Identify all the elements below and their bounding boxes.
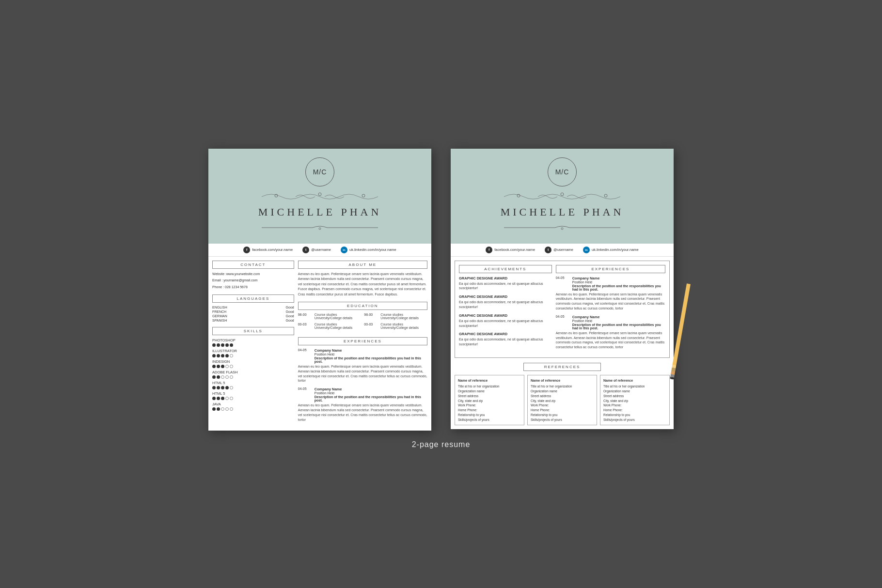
experiences-title: EXPERIENCES (298, 337, 427, 345)
exp-year: 04-05 (556, 276, 569, 291)
edu-row-3: 98-00 Course studies University/College … (364, 313, 427, 320)
ref-title-1: Title at his or her organization (458, 384, 521, 389)
ornament-bottom (218, 220, 422, 235)
dot-empty (230, 407, 233, 411)
monogram-2: M/C (548, 157, 577, 186)
dot (217, 375, 220, 379)
ref-home-2: Home Phone: (531, 408, 594, 413)
lang-name: GERMAN (212, 314, 227, 318)
dot (212, 386, 216, 389)
lang-level: Good (286, 314, 294, 318)
exp-company: Company Name (315, 387, 427, 391)
about-text: Aenean eu leo quam. Pellentesque ornare … (298, 272, 427, 297)
dot (221, 343, 224, 347)
references-grid: Name of reference Title at his or her or… (455, 375, 670, 426)
monogram: M/C (305, 157, 334, 186)
exp-body: Aenean eu leo quam. Pellentesque ornare … (556, 331, 665, 350)
dot-empty (225, 365, 229, 368)
award-3: GRAPHIC DESIGNE AWARD Ea qui odio duis a… (459, 313, 552, 328)
exp-position: Position Held (572, 319, 665, 323)
ornament-top (218, 189, 422, 204)
two-col-layout: ACHIEVEMENTS GRAPHIC DESIGNE AWARD Ea qu… (459, 265, 665, 354)
skill-photoshop-dots (212, 343, 294, 347)
skills-title: SKILLS (212, 327, 294, 335)
resume-container: M/C MICHELLE PHAN (208, 149, 674, 431)
skill-illustrator-dots (212, 354, 294, 357)
ref-street-3: Street address (603, 394, 666, 399)
exp-details: Company Name Position Held Description o… (572, 276, 665, 291)
ref-home-1: Home Phone: (458, 408, 521, 413)
resume-name: MICHELLE PHAN (218, 206, 422, 218)
lang-english: ENGLISH Good (212, 306, 294, 309)
ref-relation-2: Relationship to you (531, 413, 594, 418)
ref-skills-2: Skills/projects of yours (531, 418, 594, 422)
svg-point-5 (319, 228, 321, 230)
ref-name-1: Name of reference (458, 378, 521, 384)
award-text-4: Ea qui odio duis accommodare, ne sit qua… (459, 337, 552, 347)
dot (217, 386, 220, 389)
award-text-2: Ea qui odio duis accommodare, ne sit qua… (459, 300, 552, 309)
edu-course: Course studies (380, 313, 419, 316)
facebook-label-2: facebook.com/your.name (494, 248, 535, 252)
dot (212, 375, 216, 379)
p2-exp-header-2: 04-05 Company Name Position Held Descrip… (556, 315, 665, 330)
ref-street-1: Street address (458, 394, 521, 399)
contact-website: Website :www.yourwebsite.com (212, 272, 294, 277)
dot-empty (230, 354, 233, 357)
exp-item-2: 04-05 Company Name Position Held Descrip… (298, 387, 427, 422)
edu-school: University/College details (315, 316, 353, 320)
contact-section: CONTACT Website :www.yourwebsite.com Ema… (212, 261, 294, 290)
dot-empty (221, 375, 224, 379)
dot (221, 354, 224, 357)
exp-desc: Description of the position and the resp… (572, 323, 665, 330)
dot (221, 397, 224, 400)
contact-phone: Phone : 028 1234 5678 (212, 285, 294, 290)
lang-french: FRENCH Good (212, 310, 294, 313)
ref-title-2: Title at his or her organization (531, 384, 594, 389)
ref-name-2: Name of reference (531, 378, 594, 384)
about-title: ABOUT ME (298, 261, 427, 269)
skill-java-dots (212, 407, 294, 411)
skill-adobe-flash: ADOBE FLASH (212, 370, 294, 374)
languages-section: LANGUAGES ENGLISH Good FRENCH Good GERMA… (212, 294, 294, 322)
ornament-top-2 (460, 189, 664, 204)
ref-home-3: Home Phone: (603, 408, 666, 413)
exp-year: 04-05 (298, 387, 312, 402)
languages-title: LANGUAGES (212, 294, 294, 303)
skill-adobe-flash-dots (212, 375, 294, 379)
award-title-3: GRAPHIC DESIGNE AWARD (459, 313, 552, 318)
exp-details: Company Name Position Held Description o… (572, 315, 665, 330)
exp-company: Company Name (572, 315, 665, 319)
ref-work-1: Work Phone: (458, 403, 521, 408)
social-bar-1: f facebook.com/your.name t @username in … (208, 244, 431, 257)
award-2: GRAPHIC DESIGNE AWARD Ea qui odio duis a… (459, 294, 552, 309)
svg-point-1 (318, 193, 321, 196)
pencil-decoration (687, 284, 691, 381)
facebook-icon: f (243, 247, 250, 253)
ref-city-2: City, state and zip (531, 399, 594, 403)
dot-empty (230, 365, 233, 368)
dot-empty (225, 407, 229, 411)
ornament-bottom-2 (460, 220, 664, 235)
skill-photoshop: PHOTOSHOP (212, 338, 294, 342)
ref-box-1: Name of reference Title at his or her or… (455, 375, 524, 426)
edu-school: University/College details (315, 326, 353, 329)
page1-left-col: CONTACT Website :www.yourwebsite.com Ema… (212, 261, 294, 427)
ref-city-3: City, state and zip (603, 399, 666, 403)
edu-detail: Course studies University/College detail… (380, 323, 419, 329)
references-section: REFERENCES Name of reference Title at hi… (455, 363, 670, 426)
lang-name: FRENCH (212, 310, 226, 313)
exp-header-1: 04-05 Company Name Position Held Descrip… (298, 348, 427, 363)
dot-empty (221, 407, 224, 411)
experiences-section: EXPERIENCES 04-05 Company Name Position … (298, 337, 427, 422)
exp-body: Aenean eu leo quam. Pellentesque ornare … (556, 292, 665, 311)
edu-row-1: 98-00 Course studies University/College … (298, 313, 362, 320)
edu-year: 00-03 (298, 323, 312, 329)
ref-org-3: Organization name (603, 389, 666, 394)
exp-company: Company Name (572, 276, 665, 280)
dot (217, 397, 220, 400)
ref-work-2: Work Phone: (531, 403, 594, 408)
facebook-label: facebook.com/your.name (252, 248, 293, 252)
ref-relation-1: Relationship to you (458, 413, 521, 418)
award-text-1: Ea qui odio duis accommodare, ne sit qua… (459, 281, 552, 291)
